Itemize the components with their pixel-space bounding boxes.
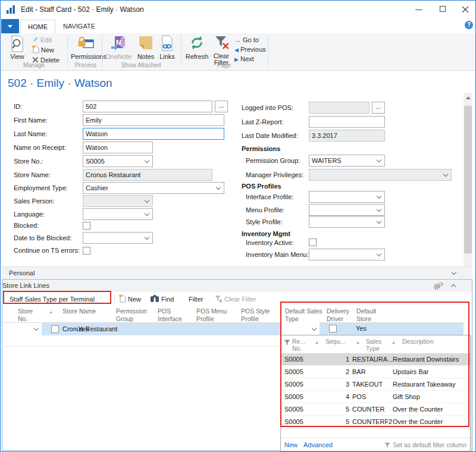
style-profile-label: Style Profile: — [246, 216, 283, 228]
chevron-down-icon — [377, 158, 381, 162]
chevron-down-icon — [377, 252, 381, 256]
store-name-label: Store Name: — [14, 169, 51, 181]
application-menu-button[interactable] — [1, 19, 19, 33]
last-date-modified-label: Last Date Modified: — [242, 130, 298, 142]
svg-text:N: N — [116, 39, 121, 47]
logged-into-pos-ellipsis-button[interactable]: … — [372, 102, 385, 114]
permissions-section-header: Permissions — [242, 144, 280, 153]
date-to-be-blocked-field[interactable] — [83, 232, 153, 244]
tab-navigate[interactable]: NAVIGATE — [56, 20, 102, 33]
links-chain-icon — [156, 35, 178, 53]
style-profile-field[interactable] — [309, 216, 385, 228]
inventory-main-menu-label: Inventory Main Menu: — [246, 249, 309, 260]
clear-filter-funnel-icon — [214, 295, 223, 303]
minimize-button[interactable] — [409, 1, 429, 17]
new-button[interactable]: New — [32, 45, 54, 55]
date-to-be-blocked-label: Date to Be Blocked: — [14, 232, 71, 244]
col-header-pos-style-profile[interactable]: POS Style Profile — [241, 307, 277, 323]
tab-home[interactable]: HOME — [20, 20, 55, 33]
maximize-button[interactable] — [433, 1, 453, 17]
store-no-field[interactable]: S0005 — [83, 155, 153, 167]
goto-button[interactable]: → Go to — [234, 35, 259, 45]
ribbon-tab-row: HOME NAVIGATE ? — [1, 18, 475, 33]
logged-into-pos-field — [309, 102, 369, 114]
chevron-down-icon — [145, 235, 149, 240]
blocked-checkbox[interactable] — [83, 222, 90, 230]
previous-button[interactable]: ◀ Previous — [234, 45, 266, 54]
col-header-permission-group[interactable]: Permission Group — [116, 307, 154, 323]
group-label-process: Process — [71, 62, 101, 68]
id-field[interactable]: 502 — [83, 101, 212, 112]
chevron-down-icon — [452, 270, 456, 275]
view-button[interactable]: View — [4, 34, 30, 60]
ribbon-separator — [67, 36, 68, 67]
col-header-store-no[interactable]: Store No. — [18, 307, 44, 323]
links-button[interactable]: Links — [156, 34, 178, 60]
chevron-down-icon — [34, 326, 39, 331]
refresh-button[interactable]: Refresh — [184, 34, 210, 60]
manager-privileges-field — [309, 169, 452, 181]
store-no-label: Store No.: — [14, 155, 43, 167]
inventory-main-menu-field[interactable] — [309, 249, 385, 260]
language-field[interactable] — [83, 208, 153, 220]
last-z-report-label: Last Z-Report: — [242, 116, 283, 128]
grid-clear-filter-button: Clear Filter — [214, 293, 256, 305]
chevron-down-icon — [377, 207, 381, 212]
employment-type-label: Employment Type: — [14, 182, 68, 194]
customize-gears-icon[interactable] — [433, 282, 443, 290]
pos-profiles-section-header: POS Profiles — [242, 181, 281, 191]
chevron-down-icon — [216, 185, 221, 190]
continue-ts-errors-checkbox[interactable] — [83, 247, 90, 255]
chevron-down-icon — [377, 219, 381, 224]
group-label-show-attached: Show Attached — [102, 62, 180, 68]
scrollbar-thumb[interactable] — [464, 106, 472, 253]
inventory-active-label: Inventory Active: — [246, 237, 294, 249]
sort-ascending-icon: ▲ — [49, 310, 53, 314]
toolbar-separator — [114, 294, 115, 304]
help-icon[interactable]: ? — [465, 21, 473, 29]
last-name-field[interactable]: Watson — [83, 128, 224, 140]
app-chart-icon — [6, 5, 15, 14]
scrollbar-up-arrow-icon[interactable] — [466, 96, 471, 99]
grid-filter-button[interactable]: Filter — [189, 293, 203, 305]
set-default-filter-button[interactable]: Set as default filter column — [384, 438, 466, 451]
binoculars-icon — [150, 294, 159, 303]
chevron-down-icon — [443, 172, 448, 177]
interface-profile-field[interactable] — [309, 191, 385, 203]
new-document-icon — [119, 294, 126, 303]
name-on-receipt-field[interactable]: Watson — [83, 142, 153, 153]
edit-pencil-icon — [32, 36, 39, 45]
ribbon: View Edit New Delete Manage Permissions … — [1, 33, 475, 71]
col-header-store-name[interactable]: Store Name — [62, 307, 113, 315]
vertical-scrollbar[interactable] — [464, 93, 472, 266]
id-ellipsis-button[interactable]: … — [215, 101, 228, 112]
grid-new-button[interactable]: New — [119, 293, 141, 305]
lookup-footer: New Advanced Set as default filter colum… — [281, 438, 470, 451]
employment-type-field[interactable]: Cashier — [83, 182, 224, 194]
delivery-driver-checkbox[interactable] — [51, 325, 59, 333]
default-sales-type-edit-cell[interactable] — [2, 323, 42, 335]
grid-find-button[interactable]: Find — [150, 293, 174, 305]
permission-group-field[interactable]: WAITERS — [309, 155, 385, 167]
notes-button[interactable]: Notes — [134, 34, 158, 60]
menu-profile-field[interactable] — [309, 204, 385, 216]
edit-button: Edit — [32, 35, 52, 45]
col-header-pos-menu-profile[interactable]: POS Menu Profile — [196, 307, 232, 323]
filter-funnel-icon — [384, 442, 390, 448]
row-default-store: Yes — [78, 323, 89, 335]
fasttab-store-link-lines[interactable]: Store Link Lines — [2, 280, 472, 292]
sales-person-field — [83, 195, 153, 207]
inventory-active-checkbox[interactable] — [309, 238, 317, 246]
close-button[interactable] — [455, 1, 475, 17]
maximize-icon — [440, 6, 446, 12]
permissions-button[interactable]: Permissions — [71, 34, 101, 60]
language-label: Language: — [14, 208, 45, 220]
first-name-field[interactable]: Emily — [83, 114, 224, 126]
blocked-label: Blocked: — [14, 219, 39, 231]
last-z-report-field[interactable] — [309, 116, 385, 128]
fasttab-personal[interactable]: Personal — [2, 266, 472, 278]
lookup-advanced-link[interactable]: Advanced — [303, 438, 333, 451]
logged-into-pos-label: Logged into POS: — [242, 102, 293, 114]
lookup-new-link[interactable]: New — [284, 438, 298, 451]
first-name-label: First Name: — [14, 114, 48, 126]
